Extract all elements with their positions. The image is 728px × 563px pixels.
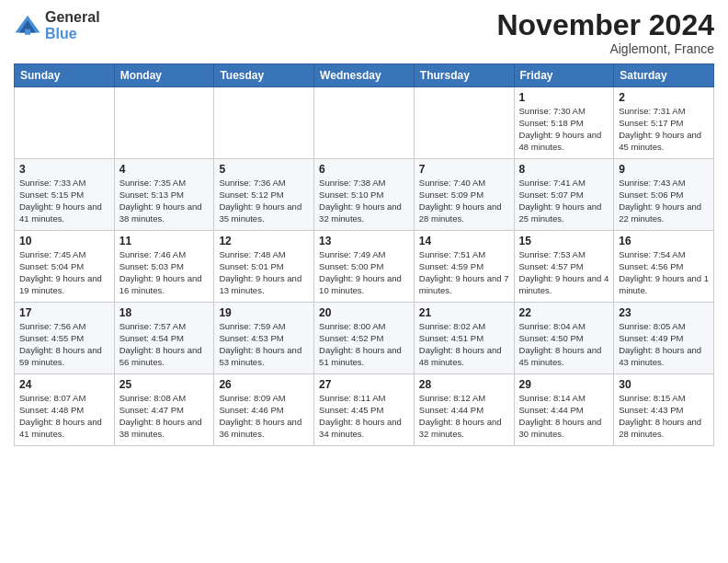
header-friday: Friday — [514, 64, 614, 87]
week-row-1: 3Sunrise: 7:33 AM Sunset: 5:15 PM Daylig… — [15, 159, 714, 231]
cell-3-5: 22Sunrise: 8:04 AM Sunset: 4:50 PM Dayli… — [514, 303, 614, 374]
cell-2-0: 10Sunrise: 7:45 AM Sunset: 5:04 PM Dayli… — [15, 231, 115, 303]
cell-1-3: 6Sunrise: 7:38 AM Sunset: 5:10 PM Daylig… — [314, 159, 415, 231]
cell-3-1: 18Sunrise: 7:57 AM Sunset: 4:54 PM Dayli… — [114, 303, 214, 374]
cell-1-5: 8Sunrise: 7:41 AM Sunset: 5:07 PM Daylig… — [514, 159, 614, 231]
cell-2-4: 14Sunrise: 7:51 AM Sunset: 4:59 PM Dayli… — [414, 231, 514, 303]
day-number-15: 15 — [519, 235, 609, 247]
cell-0-2 — [214, 87, 314, 159]
day-info-6: Sunrise: 7:38 AM Sunset: 5:10 PM Dayligh… — [319, 178, 409, 224]
day-number-18: 18 — [119, 306, 210, 319]
day-number-26: 26 — [219, 378, 309, 391]
logo: General Blue — [14, 9, 100, 41]
day-number-1: 1 — [519, 91, 609, 104]
day-number-17: 17 — [19, 306, 109, 319]
cell-3-4: 21Sunrise: 8:02 AM Sunset: 4:51 PM Dayli… — [414, 303, 514, 374]
day-info-19: Sunrise: 7:59 AM Sunset: 4:53 PM Dayligh… — [219, 321, 309, 368]
day-info-5: Sunrise: 7:36 AM Sunset: 5:12 PM Dayligh… — [219, 178, 309, 224]
cell-0-5: 1Sunrise: 7:30 AM Sunset: 5:18 PM Daylig… — [514, 87, 614, 159]
header-tuesday: Tuesday — [214, 64, 314, 87]
cell-1-6: 9Sunrise: 7:43 AM Sunset: 5:06 PM Daylig… — [614, 159, 714, 231]
cell-0-1 — [114, 87, 214, 159]
logo-text: General Blue — [45, 9, 100, 41]
day-number-21: 21 — [419, 306, 509, 319]
day-info-20: Sunrise: 8:00 AM Sunset: 4:52 PM Dayligh… — [319, 321, 409, 368]
day-number-6: 6 — [319, 163, 409, 176]
cell-0-6: 2Sunrise: 7:31 AM Sunset: 5:17 PM Daylig… — [614, 87, 714, 159]
day-info-1: Sunrise: 7:30 AM Sunset: 5:18 PM Dayligh… — [519, 106, 609, 153]
cell-4-6: 30Sunrise: 8:15 AM Sunset: 4:43 PM Dayli… — [614, 374, 714, 446]
cell-1-0: 3Sunrise: 7:33 AM Sunset: 5:15 PM Daylig… — [15, 159, 115, 231]
cell-4-2: 26Sunrise: 8:09 AM Sunset: 4:46 PM Dayli… — [214, 374, 314, 446]
cell-4-1: 25Sunrise: 8:08 AM Sunset: 4:47 PM Dayli… — [114, 374, 214, 446]
cell-0-4 — [414, 87, 514, 159]
day-info-9: Sunrise: 7:43 AM Sunset: 5:06 PM Dayligh… — [619, 178, 709, 224]
cell-4-4: 28Sunrise: 8:12 AM Sunset: 4:44 PM Dayli… — [414, 374, 514, 446]
header-saturday: Saturday — [614, 64, 714, 87]
day-number-29: 29 — [519, 378, 609, 391]
day-number-4: 4 — [119, 163, 210, 176]
cell-2-3: 13Sunrise: 7:49 AM Sunset: 5:00 PM Dayli… — [314, 231, 415, 303]
cell-1-1: 4Sunrise: 7:35 AM Sunset: 5:13 PM Daylig… — [114, 159, 214, 231]
day-info-7: Sunrise: 7:40 AM Sunset: 5:09 PM Dayligh… — [419, 178, 509, 224]
cell-3-3: 20Sunrise: 8:00 AM Sunset: 4:52 PM Dayli… — [314, 303, 415, 374]
header-row: Sunday Monday Tuesday Wednesday Thursday… — [15, 64, 714, 87]
day-number-27: 27 — [319, 378, 409, 391]
cell-4-5: 29Sunrise: 8:14 AM Sunset: 4:44 PM Dayli… — [514, 374, 614, 446]
day-info-4: Sunrise: 7:35 AM Sunset: 5:13 PM Dayligh… — [119, 178, 210, 224]
day-info-24: Sunrise: 8:07 AM Sunset: 4:48 PM Dayligh… — [19, 393, 109, 440]
header-thursday: Thursday — [414, 64, 514, 87]
cell-3-6: 23Sunrise: 8:05 AM Sunset: 4:49 PM Dayli… — [614, 303, 714, 374]
day-info-27: Sunrise: 8:11 AM Sunset: 4:45 PM Dayligh… — [319, 393, 409, 440]
month-title: November 2024 — [496, 9, 714, 41]
day-number-7: 7 — [419, 163, 509, 176]
day-number-14: 14 — [419, 235, 509, 247]
page: General Blue November 2024 Aiglemont, Fr… — [0, 0, 728, 563]
day-number-30: 30 — [619, 378, 709, 391]
cell-3-0: 17Sunrise: 7:56 AM Sunset: 4:55 PM Dayli… — [15, 303, 115, 374]
cell-2-5: 15Sunrise: 7:53 AM Sunset: 4:57 PM Dayli… — [514, 231, 614, 303]
day-info-12: Sunrise: 7:48 AM Sunset: 5:01 PM Dayligh… — [219, 249, 309, 296]
day-info-17: Sunrise: 7:56 AM Sunset: 4:55 PM Dayligh… — [19, 321, 109, 368]
header: General Blue November 2024 Aiglemont, Fr… — [14, 9, 714, 56]
day-number-13: 13 — [319, 235, 409, 247]
week-row-0: 1Sunrise: 7:30 AM Sunset: 5:18 PM Daylig… — [15, 87, 714, 159]
day-number-2: 2 — [619, 91, 709, 104]
cell-1-2: 5Sunrise: 7:36 AM Sunset: 5:12 PM Daylig… — [214, 159, 314, 231]
cell-2-1: 11Sunrise: 7:46 AM Sunset: 5:03 PM Dayli… — [114, 231, 214, 303]
header-sunday: Sunday — [15, 64, 115, 87]
day-number-8: 8 — [519, 163, 609, 176]
day-number-22: 22 — [519, 306, 609, 319]
cell-2-6: 16Sunrise: 7:54 AM Sunset: 4:56 PM Dayli… — [614, 231, 714, 303]
day-info-14: Sunrise: 7:51 AM Sunset: 4:59 PM Dayligh… — [419, 249, 509, 296]
day-number-10: 10 — [19, 235, 109, 247]
day-info-16: Sunrise: 7:54 AM Sunset: 4:56 PM Dayligh… — [619, 249, 709, 296]
cell-0-0 — [15, 87, 115, 159]
day-number-25: 25 — [119, 378, 210, 391]
day-info-18: Sunrise: 7:57 AM Sunset: 4:54 PM Dayligh… — [119, 321, 210, 368]
day-info-8: Sunrise: 7:41 AM Sunset: 5:07 PM Dayligh… — [519, 178, 609, 224]
day-number-16: 16 — [619, 235, 709, 247]
cell-3-2: 19Sunrise: 7:59 AM Sunset: 4:53 PM Dayli… — [214, 303, 314, 374]
day-info-29: Sunrise: 8:14 AM Sunset: 4:44 PM Dayligh… — [519, 393, 609, 440]
cell-4-3: 27Sunrise: 8:11 AM Sunset: 4:45 PM Dayli… — [314, 374, 415, 446]
day-number-11: 11 — [119, 235, 210, 247]
cell-2-2: 12Sunrise: 7:48 AM Sunset: 5:01 PM Dayli… — [214, 231, 314, 303]
day-info-22: Sunrise: 8:04 AM Sunset: 4:50 PM Dayligh… — [519, 321, 609, 368]
cell-1-4: 7Sunrise: 7:40 AM Sunset: 5:09 PM Daylig… — [414, 159, 514, 231]
cell-4-0: 24Sunrise: 8:07 AM Sunset: 4:48 PM Dayli… — [15, 374, 115, 446]
day-number-20: 20 — [319, 306, 409, 319]
day-info-11: Sunrise: 7:46 AM Sunset: 5:03 PM Dayligh… — [119, 249, 210, 296]
day-info-10: Sunrise: 7:45 AM Sunset: 5:04 PM Dayligh… — [19, 249, 109, 296]
day-info-15: Sunrise: 7:53 AM Sunset: 4:57 PM Dayligh… — [519, 249, 609, 296]
day-info-21: Sunrise: 8:02 AM Sunset: 4:51 PM Dayligh… — [419, 321, 509, 368]
logo-icon — [14, 12, 41, 40]
day-info-26: Sunrise: 8:09 AM Sunset: 4:46 PM Dayligh… — [219, 393, 309, 440]
day-info-23: Sunrise: 8:05 AM Sunset: 4:49 PM Dayligh… — [619, 321, 709, 368]
day-info-30: Sunrise: 8:15 AM Sunset: 4:43 PM Dayligh… — [619, 393, 709, 440]
day-number-24: 24 — [19, 378, 109, 391]
svg-rect-2 — [25, 29, 30, 34]
logo-blue-text: Blue — [45, 26, 77, 41]
day-number-5: 5 — [219, 163, 309, 176]
day-number-28: 28 — [419, 378, 509, 391]
